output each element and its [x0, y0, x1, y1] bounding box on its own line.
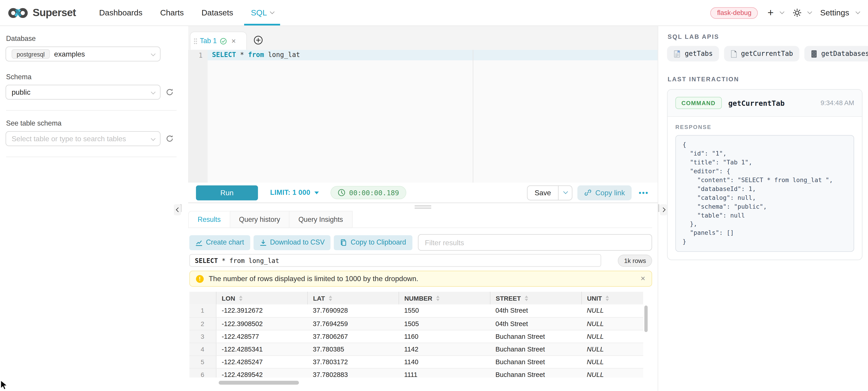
collapse-sidebar-button[interactable]	[174, 204, 181, 215]
new-tab-button[interactable]	[253, 35, 263, 45]
database-select[interactable]: postgresql examples	[5, 46, 161, 62]
theme-toggle-button[interactable]	[793, 8, 811, 17]
download-csv-button[interactable]: Download to CSV	[253, 235, 331, 250]
table-cell: 1160	[399, 330, 490, 343]
limit-dropdown[interactable]: LIMIT: 1 000	[270, 189, 319, 196]
scrollbar-thumb[interactable]	[219, 381, 299, 385]
sort-icon[interactable]	[329, 295, 332, 301]
table-vertical-scrollbar[interactable]	[644, 304, 648, 377]
response-json: { "id": "1", "title": "Tab 1", "editor":…	[682, 140, 847, 247]
sort-icon[interactable]	[606, 295, 609, 301]
tab-query-history[interactable]: Query history	[230, 211, 289, 228]
column-header[interactable]: STREET	[490, 292, 581, 304]
tab-query-insights[interactable]: Query Insights	[289, 211, 352, 228]
tab-results[interactable]: Results	[188, 211, 230, 228]
superset-infinity-icon	[8, 6, 28, 19]
nav-datasets[interactable]: Datasets	[193, 0, 242, 26]
interaction-card-body: RESPONSE { "id": "1", "title": "Tab 1", …	[668, 117, 862, 260]
schema-select[interactable]: public	[5, 85, 161, 100]
page-icon	[730, 50, 737, 58]
chevron-down-icon	[270, 9, 275, 14]
table-cell: 37.780385	[307, 343, 399, 355]
copy-clipboard-button[interactable]: Copy to Clipboard	[334, 235, 412, 250]
more-actions-button[interactable]: •••	[637, 189, 651, 197]
tab-title: Tab 1	[200, 37, 217, 45]
superset-logo[interactable]: Superset	[8, 6, 76, 19]
table-row: 4-122.428534137.7803851142Buchanan Stree…	[189, 343, 643, 355]
link-icon	[584, 189, 592, 196]
save-query-button[interactable]: Save	[527, 185, 572, 200]
download-icon	[259, 239, 267, 246]
schema-value: public	[11, 88, 30, 97]
chevron-down-icon	[151, 51, 156, 56]
active-nav-underline	[244, 24, 280, 26]
nav-charts[interactable]: Charts	[151, 0, 193, 26]
row-index: 6	[189, 368, 216, 378]
table-cell: NULL	[581, 355, 643, 368]
copy-link-button[interactable]: Copy link	[578, 185, 631, 200]
sort-icon[interactable]	[436, 295, 440, 301]
last-interaction-card: COMMAND getCurrentTab 9:34:48 AM RESPONS…	[667, 89, 862, 260]
table-cell: Buchanan Street	[490, 355, 581, 368]
refresh-tables-button[interactable]	[165, 134, 174, 143]
editor-tab-1[interactable]: Tab 1 ✕	[190, 32, 247, 50]
column-header[interactable]: NUMBER	[399, 292, 490, 304]
results-actions-row: Create chart Download to CSV Copy to Cli…	[189, 234, 652, 251]
nav-sql[interactable]: SQL	[242, 0, 282, 26]
table-cell: 1142	[399, 343, 490, 355]
table-cell: Buchanan Street	[490, 343, 581, 355]
sql-code-editor[interactable]: 1 SELECT * from long_lat	[188, 50, 658, 183]
filter-results-input[interactable]	[417, 234, 652, 251]
table-horizontal-scrollbar[interactable]	[189, 381, 648, 385]
table-select[interactable]: Select table or type to search tables	[5, 131, 161, 146]
table-cell: -122.3912672	[216, 304, 307, 317]
command-timestamp: 9:34:48 AM	[820, 99, 854, 107]
table-row: 5-122.428524737.78031721140Buchanan Stre…	[189, 355, 643, 368]
chevron-down-icon	[779, 9, 784, 14]
refresh-schemas-button[interactable]	[165, 88, 174, 97]
editor-gutter: 1	[189, 50, 208, 183]
column-label: STREET	[496, 295, 521, 301]
row-index: 5	[189, 355, 216, 368]
editor-print-margin	[473, 50, 473, 183]
run-query-button[interactable]: Run	[196, 185, 258, 200]
get-tabs-button[interactable]: getTabs	[667, 46, 719, 61]
create-chart-button[interactable]: Create chart	[189, 235, 250, 250]
table-cell: 1505	[399, 317, 490, 330]
row-index: 4	[189, 343, 216, 355]
sort-icon[interactable]	[239, 295, 242, 301]
query-timer: 00:00:00.189	[330, 186, 406, 199]
new-item-button[interactable]: +	[768, 8, 783, 17]
panel-resize-handle[interactable]	[188, 203, 658, 211]
settings-menu[interactable]: Settings	[820, 8, 859, 17]
sort-icon[interactable]	[525, 295, 528, 301]
tab-close-icon[interactable]: ✕	[231, 38, 236, 44]
get-current-tab-button[interactable]: getCurrentTab	[724, 46, 799, 61]
row-index-header	[189, 292, 216, 304]
save-options-caret[interactable]	[559, 186, 572, 200]
column-header[interactable]: UNIT	[581, 292, 643, 304]
table-cell: NULL	[581, 343, 643, 355]
table-cell: 04th Street	[490, 304, 581, 317]
column-header[interactable]: LON	[216, 292, 307, 304]
nav-dashboards[interactable]: Dashboards	[90, 0, 152, 26]
column-header[interactable]: LAT	[307, 292, 399, 304]
scrollbar-thumb[interactable]	[644, 305, 648, 332]
row-index: 1	[189, 304, 216, 317]
get-databases-button[interactable]: getDatabases	[804, 46, 868, 61]
table-cell: Buchanan Street	[490, 330, 581, 343]
table-row: 2-122.390850237.7694259150504th StreetNU…	[189, 317, 643, 330]
collapse-api-panel-button[interactable]	[660, 204, 667, 215]
tab-saved-check-icon	[220, 37, 227, 45]
table-cell: NULL	[581, 304, 643, 317]
chevron-left-icon	[176, 207, 180, 212]
chevron-down-icon	[151, 90, 156, 94]
chevron-right-icon	[661, 207, 665, 212]
close-warning-icon[interactable]: ✕	[641, 275, 645, 282]
top-navbar: Superset Dashboards Charts Datasets SQL …	[0, 0, 868, 26]
chevron-down-icon	[856, 9, 860, 14]
timer-value: 00:00:00.189	[349, 189, 399, 197]
plus-icon: +	[768, 7, 774, 17]
results-tab-bar: Results Query history Query Insights	[188, 211, 658, 228]
bookmark-tabs-icon	[673, 50, 681, 58]
